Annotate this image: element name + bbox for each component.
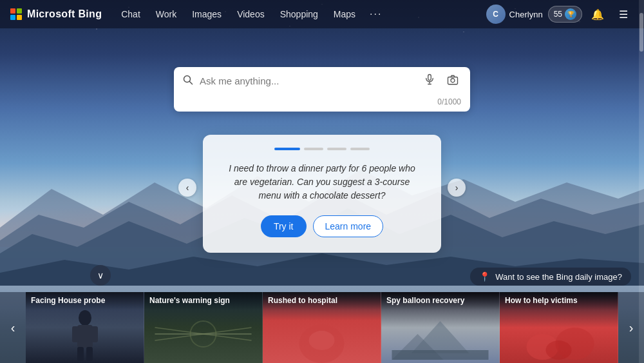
- dot-1: [274, 148, 300, 150]
- news-card-5-title: How to help victims: [505, 296, 612, 306]
- svg-line-5: [190, 81, 193, 84]
- camera-button[interactable]: [444, 74, 461, 88]
- svg-point-10: [451, 78, 455, 82]
- bell-icon: 🔔: [591, 8, 604, 21]
- scrollbar-thumb[interactable]: [639, 13, 643, 52]
- svg-rect-12: [77, 325, 93, 348]
- learn-more-button[interactable]: Learn more: [313, 215, 384, 237]
- logo-text: Microsoft Bing: [27, 8, 102, 20]
- search-icon: [183, 75, 193, 88]
- chevron-right-icon: ›: [629, 320, 634, 335]
- news-card-4[interactable]: Spy balloon recovery: [381, 292, 500, 363]
- nav-link-images[interactable]: Images: [185, 5, 228, 23]
- svg-point-11: [79, 310, 91, 326]
- location-pin-icon: 📍: [479, 271, 490, 282]
- nav-links: Chat Work Images Videos Shopping Maps ··…: [115, 5, 486, 23]
- prompt-next-button[interactable]: ›: [448, 179, 466, 197]
- microphone-button[interactable]: [421, 74, 438, 88]
- prompt-card-wrapper: ‹ I need to throw a dinner party for 6 p…: [203, 122, 441, 253]
- svg-rect-14: [91, 326, 98, 342]
- chevron-down-icon: ∨: [97, 270, 104, 280]
- svg-point-22: [309, 331, 335, 350]
- search-input-row: [174, 67, 470, 95]
- news-card-3-title: Rushed to hospital: [268, 296, 375, 306]
- bing-badge-text: Want to see the Bing daily image?: [495, 272, 622, 282]
- prompt-card: I need to throw a dinner party for 6 peo…: [203, 135, 441, 253]
- prompt-text: I need to throw a dinner party for 6 peo…: [222, 162, 422, 202]
- bing-daily-image-badge[interactable]: 📍 Want to see the Bing daily image?: [470, 268, 631, 286]
- news-card-1[interactable]: Facing House probe: [26, 292, 144, 363]
- progress-dots: [222, 148, 422, 150]
- nav-link-maps[interactable]: Maps: [327, 5, 362, 23]
- news-prev-button[interactable]: ‹: [0, 292, 26, 363]
- search-input[interactable]: [200, 75, 415, 86]
- nav-link-videos[interactable]: Videos: [231, 5, 271, 23]
- svg-rect-6: [428, 75, 431, 81]
- svg-point-28: [546, 340, 572, 360]
- news-card-2-title: Nature's warning sign: [149, 296, 257, 306]
- collapse-button[interactable]: ∨: [90, 265, 111, 286]
- news-cards: Facing House probe Nature's warning sign: [26, 292, 618, 363]
- menu-button[interactable]: ☰: [613, 4, 634, 25]
- news-card-1-title: Facing House probe: [31, 296, 138, 306]
- nav-right: C Cherlynn 55 🏆 🔔 ☰: [486, 4, 634, 25]
- microsoft-logo: [10, 8, 22, 20]
- rewards-badge[interactable]: 55 🏆: [548, 6, 582, 23]
- svg-rect-16: [86, 347, 93, 361]
- search-box: 0/1000: [174, 67, 470, 112]
- news-card-1-overlay: Facing House probe: [26, 292, 144, 310]
- svg-rect-13: [72, 326, 79, 342]
- logo[interactable]: Microsoft Bing: [10, 8, 102, 20]
- chevron-left-icon: ‹: [11, 320, 15, 335]
- dot-3: [327, 148, 346, 150]
- hamburger-icon: ☰: [619, 8, 628, 21]
- rewards-icon: 🏆: [565, 8, 576, 20]
- scrollbar[interactable]: [639, 0, 644, 363]
- nav-link-work[interactable]: Work: [149, 5, 183, 23]
- news-card-2[interactable]: Nature's warning sign: [144, 292, 263, 363]
- svg-rect-15: [77, 347, 84, 361]
- navbar: Microsoft Bing Chat Work Images Videos S…: [0, 0, 644, 28]
- dot-4: [350, 148, 370, 150]
- news-card-4-overlay: Spy balloon recovery: [381, 292, 499, 310]
- nav-more-button[interactable]: ···: [365, 6, 387, 23]
- search-container: 0/1000: [0, 67, 644, 112]
- notifications-button[interactable]: 🔔: [587, 4, 608, 25]
- char-counter: 0/1000: [174, 95, 470, 112]
- news-card-5-overlay: How to help victims: [500, 292, 618, 310]
- prompt-prev-button[interactable]: ‹: [178, 179, 196, 197]
- avatar: C: [486, 5, 506, 24]
- svg-rect-25: [392, 350, 489, 360]
- prompt-buttons: Try it Learn more: [222, 215, 422, 237]
- user-name: Cherlynn: [509, 10, 543, 19]
- news-card-4-title: Spy balloon recovery: [386, 296, 494, 306]
- news-card-3-overlay: Rushed to hospital: [263, 292, 381, 310]
- nav-link-chat[interactable]: Chat: [115, 5, 147, 23]
- news-card-2-overlay: Nature's warning sign: [144, 292, 262, 310]
- news-strip: ‹ Facing House probe Nature's warning si…: [0, 292, 644, 363]
- news-card-5[interactable]: How to help victims: [500, 292, 618, 363]
- try-it-button[interactable]: Try it: [261, 215, 307, 237]
- user-info[interactable]: C Cherlynn: [486, 5, 543, 24]
- nav-link-shopping[interactable]: Shopping: [274, 5, 325, 23]
- rewards-count: 55: [554, 10, 562, 19]
- dot-2: [304, 148, 323, 150]
- news-card-3[interactable]: Rushed to hospital: [263, 292, 381, 363]
